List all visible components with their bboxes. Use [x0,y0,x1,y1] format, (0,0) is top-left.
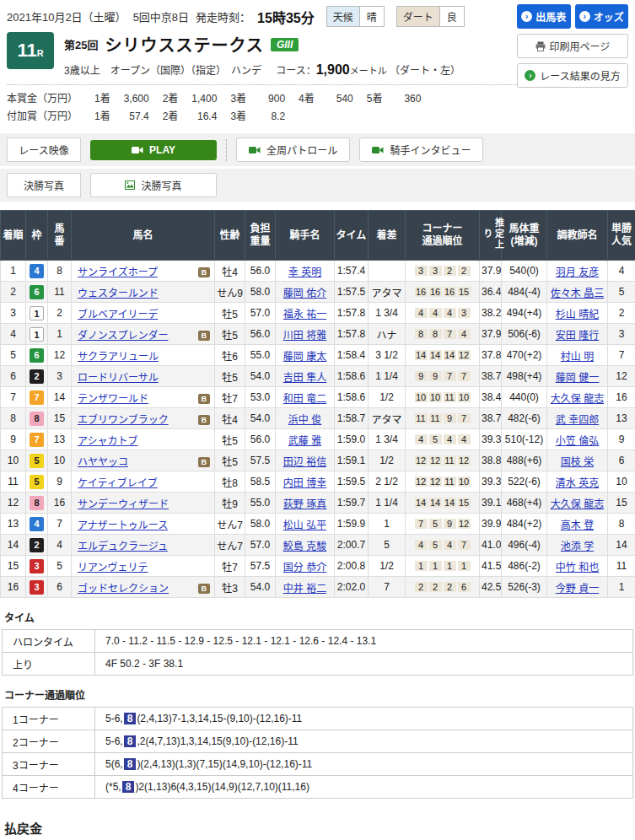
trainer-link[interactable]: 高木 登 [561,520,594,531]
corner-position: 12 [429,455,442,466]
jockey-link[interactable]: 内田 博幸 [283,477,326,489]
jockey-link[interactable]: 和田 竜二 [283,393,326,405]
trainer-link[interactable]: 大久保 龍志 [551,498,604,510]
weather-badge: 天候 晴 [326,6,385,27]
finish-position: 5 [1,345,26,366]
trainer-link[interactable]: 池添 学 [561,541,594,552]
prize-place: 1着 [94,90,110,108]
prize-value: 900 [246,90,285,108]
jockey-link[interactable]: 中井 裕二 [283,583,326,595]
trainer-link[interactable]: 清水 英克 [556,477,599,489]
finish-time: 1:58.7 [335,408,369,429]
trainer-link[interactable]: 今野 貞一 [556,583,599,595]
horse-weight: 506(-6) [502,324,547,345]
jockey-link[interactable]: 藤岡 康太 [283,351,326,363]
horse-name-link[interactable]: アシャカトブ [78,435,138,447]
horse-name-link[interactable]: エルデュクラージュ [78,541,168,552]
col-carried-weight: 負担 重量 [245,211,276,261]
horse-name-link[interactable]: エブリワンブラック [78,414,169,426]
jockey-link[interactable]: 鮫島 克駿 [283,541,326,552]
horse-name-link[interactable]: サンライズホープ [78,267,158,278]
odds-button[interactable]: › オッズ [575,4,629,29]
jockey-cell: 田辺 裕信 [276,450,335,471]
jockey-link[interactable]: 松山 弘平 [283,520,326,531]
jockey-link[interactable]: 川田 将雅 [283,330,326,342]
corner-row: 4コーナー(*5,8)2(1,13)6(4,3,15)(14,9)(12,7,1… [3,776,633,799]
trainer-link[interactable]: 杉山 晴紀 [556,309,599,320]
jockey-link[interactable]: 藤岡 佑介 [283,288,326,299]
trainer-cell: 中竹 和也 [547,556,608,577]
jockey-link[interactable]: 吉田 隼人 [283,372,326,384]
corner-position: 4 [444,434,456,444]
finish-position: 6 [1,366,26,387]
trainer-link[interactable]: 小笠 倫弘 [556,435,599,447]
corner-position: 6 [458,582,471,592]
estimated-last3f: 39.9 [480,514,502,535]
win-popularity: 10 [608,471,635,493]
print-page-button[interactable]: 印刷用ページ [517,34,628,58]
trainer-link[interactable]: 国枝 栄 [561,456,594,468]
margin: 1 [369,514,406,535]
patrol-video-button[interactable]: 全周パトロール [236,137,350,162]
jockey-link[interactable]: 福永 祐一 [283,309,326,320]
win-popularity: 13 [608,408,635,429]
horse-name-link[interactable]: ケイティブレイブ [78,477,158,489]
trainer-link[interactable]: 安田 隆行 [556,330,599,342]
frame-cell: 5 [26,471,48,493]
horse-name-link[interactable]: ロードリバーサル [78,372,159,384]
margin: 1 1/4 [369,366,406,387]
horse-name-link[interactable]: アナザートゥルース [78,520,168,531]
corner-position: 14 [415,498,428,508]
jockey-link[interactable]: 幸 英明 [288,267,321,278]
results-header-row: 着順 枠 馬 番 馬名 性齢 負担 重量 騎手名 タイム 着差 コーナー 通過順… [1,211,635,261]
time-row-value: 4F 50.2 - 3F 38.1 [95,653,633,676]
corner-row-label: 2コーナー [3,730,95,753]
entry-table-button[interactable]: › 出馬表 [517,4,571,29]
horse-name-link[interactable]: ハヤヤッコ [78,456,128,468]
horse-number: 2 [48,303,72,324]
col-estimated-last3f: 推定上り [480,211,502,261]
prize-place: 2着 [163,108,179,126]
trainer-link[interactable]: 藤岡 健一 [556,372,599,384]
trainer-link[interactable]: 大久保 龍志 [551,393,604,405]
margin: 1 1/4 [369,493,406,514]
horse-name-link[interactable]: サクラアリュール [78,351,159,363]
trainer-link[interactable]: 中竹 和也 [556,562,599,573]
jockey-link[interactable]: 武藤 雅 [288,435,321,447]
corner-row-value: (*5,8)2(1,13)6(4,3,15)(14,9)(12,7,10)(11… [95,776,633,799]
horse-name-link[interactable]: リアンヴェリテ [78,562,148,573]
horse-name-link[interactable]: テンザワールド [78,393,148,405]
corner-order-text: 5(6, [105,758,123,770]
corner-position: 10 [415,392,428,402]
result-row: 9713アシャカトブ牡556.0武藤 雅1:59.01 3/4454439.35… [1,429,635,450]
finish-time: 1:58.6 [335,366,369,387]
jockey-cell: 荻野 琢真 [276,493,335,514]
corner-position: 5 [429,519,442,529]
horse-name-link[interactable]: ウェスタールンド [78,288,159,299]
trainer-cell: 高木 登 [547,514,608,535]
corner-row-label: 1コーナー [3,708,95,730]
horse-weight: 440(0) [502,387,547,408]
jockey-link[interactable]: 田辺 裕信 [283,456,326,468]
horse-number: 4 [48,535,72,556]
horse-name-link[interactable]: ダノンスプレンダー [78,330,168,342]
trainer-link[interactable]: 佐々木 晶三 [551,288,604,299]
col-finish-position: 着順 [1,211,26,261]
jockey-link[interactable]: 浜中 俊 [288,414,321,426]
how-to-read-button[interactable]: › レース結果の見方 [517,63,628,88]
main-prize-row: 本賞金（万円）1着3,6002着1,4003着9004着5405着360 [7,90,628,108]
jockey-link[interactable]: 国分 恭介 [283,562,326,573]
trainer-link[interactable]: 羽月 友彦 [556,267,599,278]
estimated-last3f: 38.8 [480,450,502,471]
horse-name-link[interactable]: ブルベアイリーデ [78,309,158,320]
prize-place: 3着 [230,108,246,126]
corner-row: 2コーナー5-6,8,2(4,7,13)1,3,14,15(9,10)-(12,… [3,730,633,753]
jockey-interview-button[interactable]: 騎手インタビュー [359,137,483,162]
trainer-link[interactable]: 村山 明 [561,351,594,363]
horse-name-link[interactable]: サンデーウィザード [78,498,169,510]
jockey-link[interactable]: 荻野 琢真 [283,498,326,510]
horse-name-link[interactable]: ゴッドセレクション [78,583,169,595]
trainer-link[interactable]: 武 幸四郎 [556,414,599,426]
play-button[interactable]: PLAY [90,140,217,160]
finish-photo-button[interactable]: 決勝写真 [90,173,217,197]
